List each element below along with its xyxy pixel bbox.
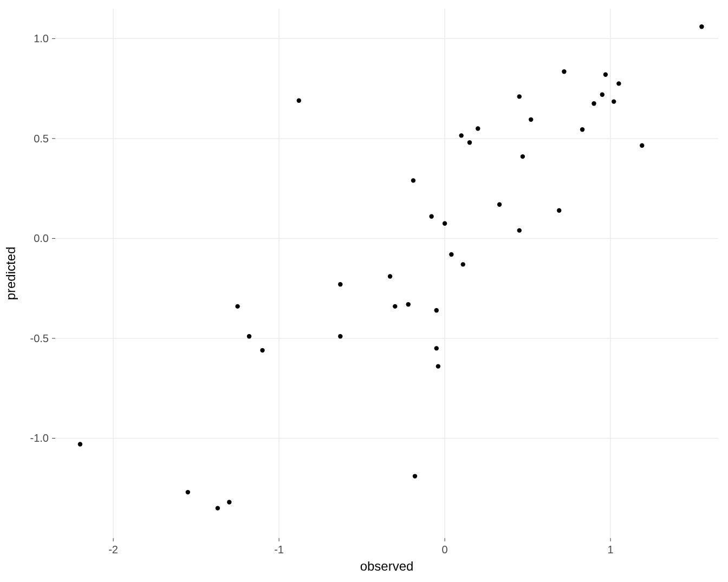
- data-point: [459, 133, 464, 138]
- data-point: [449, 252, 453, 257]
- data-point: [338, 282, 342, 286]
- x-axis-title: observed: [360, 559, 414, 573]
- data-point: [434, 346, 439, 350]
- data-point: [186, 490, 190, 494]
- data-point: [529, 117, 533, 122]
- data-point: [461, 262, 465, 266]
- y-tick-label: -0.5: [30, 332, 49, 344]
- scatter-chart: -2-101-1.0-0.50.00.51.0 observed predict…: [0, 0, 728, 582]
- data-point: [406, 302, 411, 306]
- data-point: [436, 364, 440, 368]
- data-point: [388, 274, 392, 278]
- y-tick-label: 0.0: [34, 232, 49, 244]
- y-tick-label: 0.5: [34, 133, 49, 145]
- x-tick-label: -2: [108, 544, 118, 555]
- y-axis-title: predicted: [3, 247, 18, 300]
- x-tick-label: 1: [608, 544, 614, 555]
- chart-svg: -2-101-1.0-0.50.00.51.0 observed predict…: [0, 0, 728, 582]
- data-point: [600, 92, 604, 96]
- y-tick-label: 1.0: [34, 32, 49, 44]
- data-point: [413, 474, 417, 478]
- data-point: [443, 221, 447, 226]
- data-point: [699, 24, 704, 29]
- data-point: [467, 140, 472, 145]
- data-point: [562, 69, 566, 74]
- data-point: [297, 99, 301, 103]
- plot-panel: [55, 9, 718, 538]
- data-point: [216, 506, 220, 510]
- data-point: [497, 202, 502, 206]
- data-point: [434, 308, 439, 312]
- data-point: [227, 500, 231, 504]
- data-point: [557, 208, 561, 213]
- data-point: [616, 81, 621, 86]
- data-point: [603, 73, 608, 77]
- data-point: [260, 348, 264, 352]
- data-point: [235, 304, 239, 309]
- x-tick-label: 0: [442, 544, 448, 555]
- data-point: [592, 101, 596, 106]
- y-tick-label: -1.0: [30, 432, 49, 444]
- x-tick-label: -1: [274, 544, 284, 555]
- data-point: [517, 228, 522, 232]
- data-point: [640, 143, 644, 148]
- data-point: [338, 334, 342, 338]
- data-point: [429, 214, 433, 219]
- data-point: [517, 94, 522, 99]
- data-point: [612, 99, 616, 103]
- data-point: [393, 304, 397, 309]
- data-point: [521, 154, 525, 159]
- data-point: [476, 126, 480, 130]
- data-point: [247, 334, 251, 338]
- data-point: [580, 127, 584, 132]
- data-point: [78, 442, 82, 446]
- data-point: [411, 178, 415, 182]
